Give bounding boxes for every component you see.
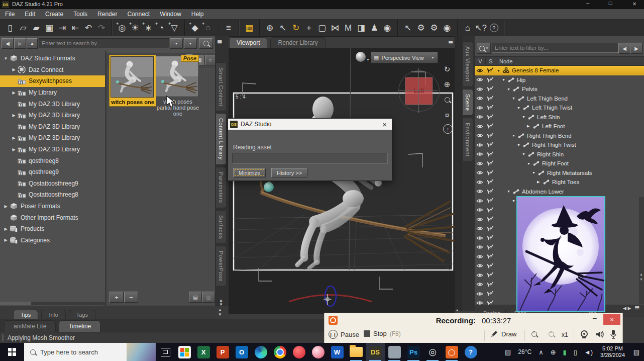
left-tab-parameters[interactable]: Parameters — [216, 167, 227, 208]
draw-button[interactable]: Draw — [490, 330, 516, 338]
node-selection-tool-icon[interactable]: ↖ — [276, 22, 289, 34]
visibility-eye-icon[interactable] — [475, 161, 485, 166]
visibility-eye-icon[interactable] — [475, 96, 485, 101]
tree-item[interactable]: ▶Products — [0, 223, 105, 235]
visibility-eye-icon[interactable] — [475, 114, 485, 120]
selectability-cursor-icon[interactable] — [485, 123, 495, 129]
create-spotlight-icon[interactable]: +▽ — [168, 22, 181, 34]
left-tab-content-library[interactable]: Content Library — [216, 113, 227, 165]
scene-filter-input[interactable] — [492, 43, 620, 53]
column-visibility[interactable]: V — [475, 58, 486, 64]
node-expand-arrow[interactable]: ▼ — [532, 171, 536, 174]
nav-forward-button[interactable]: ▶ — [14, 38, 26, 49]
undo-icon[interactable]: ↶ — [82, 22, 95, 34]
volume-icon[interactable]: ◄) — [584, 348, 593, 356]
scene-node-row[interactable]: ▶Right Toes — [475, 177, 644, 187]
tree-item[interactable]: Sqosthreeg8 — [0, 155, 105, 166]
node-expand-arrow[interactable]: ▼ — [512, 134, 516, 137]
taskbar-store-icon[interactable] — [175, 343, 194, 361]
render-settings-icon[interactable]: ⚙ — [427, 22, 441, 34]
taskbar-daz-studio-icon[interactable]: DS — [366, 343, 385, 361]
news-icon[interactable]: ▤ — [505, 348, 511, 356]
rotate-tool-icon[interactable]: ↻ — [289, 22, 302, 34]
scene-pane-menu-icon[interactable]: ≣ — [634, 304, 640, 312]
history-button[interactable]: History >> — [271, 168, 307, 177]
node-expand-arrow[interactable]: ▶ — [537, 180, 542, 184]
tool-settings-icon[interactable]: ↖ — [401, 22, 414, 34]
visibility-eye-icon[interactable] — [475, 124, 485, 129]
node-expand-arrow[interactable]: ▼ — [522, 152, 526, 156]
translate-tool-icon[interactable]: + — [302, 22, 315, 34]
geometry-editor-icon[interactable]: ◨ — [355, 22, 368, 34]
tree-item[interactable]: ▶Daz Connect — [0, 64, 105, 76]
tree-expand-arrow[interactable]: ▶ — [3, 238, 9, 242]
info-tab-tags[interactable]: Tags — [69, 310, 95, 319]
tree-item[interactable]: SSexywitchposes — [0, 75, 105, 87]
tray-expand-icon[interactable]: ∧ — [539, 348, 544, 356]
search-type-dropdown[interactable]: ▼ — [170, 38, 183, 49]
new-file-icon[interactable]: ▯ — [4, 22, 17, 34]
column-selectability[interactable]: S — [486, 58, 496, 64]
viewport-tab-render-library[interactable]: Render Library — [270, 37, 325, 48]
taskbar-chrome-icon[interactable] — [270, 343, 289, 361]
selectability-cursor-icon[interactable] — [485, 207, 495, 213]
scene-node-row[interactable]: ▼Left Thigh Bend — [475, 94, 644, 104]
visibility-eye-icon[interactable] — [475, 86, 485, 92]
shader-settings-icon[interactable]: ⚙ — [414, 22, 427, 34]
selectability-cursor-icon[interactable] — [485, 67, 495, 73]
visibility-eye-icon[interactable] — [475, 142, 485, 148]
selectability-cursor-icon[interactable] — [485, 114, 495, 120]
tree-expand-arrow[interactable]: ▶ — [11, 136, 17, 140]
search-highlight-image[interactable] — [127, 343, 156, 361]
taskbar-help-icon[interactable]: ? — [461, 343, 480, 361]
visibility-eye-icon[interactable] — [475, 291, 485, 297]
tree-item[interactable]: ▶Poser Formats — [0, 201, 105, 212]
orbit-icon[interactable]: ↻ — [442, 64, 453, 75]
nav-up-button[interactable]: ▲ — [27, 38, 38, 49]
scale-tool-icon[interactable]: ▢ — [315, 22, 329, 34]
phone-icon[interactable]: ▯ — [574, 348, 577, 356]
selectability-cursor-icon[interactable] — [485, 179, 495, 185]
create-primitive-icon[interactable]: +◆ — [188, 22, 201, 34]
visibility-eye-icon[interactable] — [475, 226, 485, 231]
content-search-input[interactable] — [39, 38, 169, 48]
taskbar-powerpoint-icon[interactable]: P — [213, 343, 232, 361]
tree-expand-arrow[interactable]: ▼ — [3, 56, 9, 61]
scene-node-row[interactable]: ▼Abdomen Lower — [475, 187, 644, 197]
visibility-eye-icon[interactable] — [475, 244, 485, 250]
taskbar-excel-icon[interactable]: X — [194, 343, 213, 361]
tree-expand-arrow[interactable]: ▶ — [11, 91, 17, 95]
tree-item[interactable]: Sqosthreeg9 — [0, 166, 105, 178]
node-expand-arrow[interactable]: ▼ — [517, 106, 521, 110]
sim-icon[interactable]: ▮ — [563, 348, 567, 356]
node-expand-arrow[interactable]: ▼ — [527, 162, 531, 165]
notification-center-icon[interactable]: ▤ — [629, 343, 644, 361]
scene-prev-button[interactable]: ◀ — [618, 43, 630, 54]
align-icon[interactable]: ≡ — [222, 22, 235, 34]
selectability-cursor-icon[interactable] — [485, 272, 495, 278]
camera-tool-icon[interactable]: ◉ — [381, 22, 394, 34]
export-icon[interactable]: ⇤ — [69, 22, 82, 34]
taskbar-photoshop-icon[interactable]: Ps — [404, 343, 423, 361]
tree-item[interactable]: SMy DAZ 3D Library — [0, 98, 105, 110]
recorder-minimize-icon[interactable]: − — [592, 314, 597, 323]
tree-item[interactable]: SQostattoosthreeg9 — [0, 178, 105, 190]
speaker-icon[interactable] — [595, 330, 604, 339]
menu-create[interactable]: Create — [40, 11, 68, 18]
menu-file[interactable]: File — [0, 11, 20, 18]
tree-expand-arrow[interactable]: ▶ — [3, 227, 9, 231]
selectability-cursor-icon[interactable] — [485, 151, 495, 157]
scene-node-row[interactable]: ▼Left Shin — [475, 113, 644, 122]
column-node[interactable]: Node — [496, 58, 512, 64]
asset-item[interactable]: witch poses one — [109, 55, 156, 107]
right-tab-environment[interactable]: Environment — [462, 118, 473, 161]
render-icon[interactable]: ◉ — [441, 22, 454, 34]
visibility-eye-icon[interactable] — [475, 263, 485, 268]
node-expand-arrow[interactable]: ▼ — [517, 143, 521, 147]
visibility-eye-icon[interactable] — [475, 133, 485, 138]
taskbar-capture-icon[interactable]: ◎ — [423, 343, 442, 361]
node-expand-arrow[interactable]: ▼ — [512, 97, 516, 100]
tree-item[interactable]: ▶SMy DAZ 3D Library — [0, 132, 105, 144]
joint-editor-icon[interactable]: ⋈ — [329, 22, 342, 34]
surface-selection-tool-icon[interactable]: M — [342, 22, 355, 34]
